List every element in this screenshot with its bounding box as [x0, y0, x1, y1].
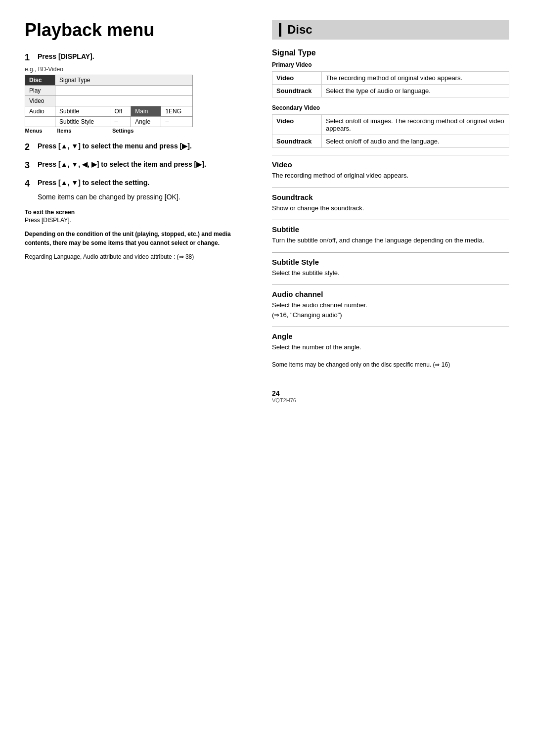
pv-row1-col2: The recording method of original video a…: [322, 72, 509, 85]
section-text-subtitle: Turn the subtitle on/off, and change the…: [272, 236, 509, 245]
right-column: Disc Signal Type Primary Video Video The…: [272, 20, 509, 403]
primary-video-table: Video The recording method of original v…: [272, 71, 509, 97]
step-1-text: Press [DISPLAY].: [38, 52, 94, 60]
page-title: Playback menu: [25, 20, 252, 41]
step-2-text: Press [▲, ▼] to select the menu and pres…: [38, 142, 192, 150]
divider: [272, 284, 509, 285]
pv-row2-col1: Soundtrack: [272, 85, 322, 97]
menu-subtitle-1eng: 1ENG: [161, 106, 193, 117]
menu-subtitle-off: Off: [110, 106, 131, 117]
menu-footer-items: Items: [55, 127, 110, 135]
signal-type-section: Signal Type Primary Video Video The reco…: [272, 48, 509, 148]
step-4-text: Press [▲, ▼] to select the setting.: [38, 179, 149, 187]
step-3: 3 Press [▲, ▼, ◀, ▶] to select the item …: [25, 160, 252, 171]
disc-bar-icon: [279, 23, 281, 37]
divider: [272, 252, 509, 253]
section-audio-channel: Audio channelSelect the audio channel nu…: [272, 290, 509, 320]
note-text: Regarding Language, Audio attribute and …: [25, 252, 252, 261]
section-title-soundtrack: Soundtrack: [272, 193, 509, 201]
step-1-number: 1: [25, 52, 34, 63]
secondary-video-table: Video Select on/off of images. The recor…: [272, 114, 509, 148]
exit-section: To exit the screen Press [DISPLAY].: [25, 209, 252, 224]
sv-row2-col1: Soundtrack: [272, 135, 322, 148]
section-title-audio-channel: Audio channel: [272, 290, 509, 298]
section-text-video: The recording method of original video a…: [272, 171, 509, 181]
menu-subtitle-main: Main: [131, 106, 161, 117]
step-4: 4 Press [▲, ▼] to select the setting. So…: [25, 179, 252, 201]
menu-signal-cell: Signal Type: [55, 75, 193, 86]
sv-row1-col2: Select on/off of images. The recording m…: [322, 115, 509, 135]
menu-style-dash1: –: [110, 117, 131, 127]
table-row: Soundtrack Select the type of audio or l…: [272, 85, 509, 97]
menu-footer-menus: Menus: [25, 127, 55, 135]
section-note-audio-channel: (⇒16, "Changing audio"): [272, 310, 509, 320]
exit-text: Press [DISPLAY].: [25, 217, 252, 224]
table-row: Video The recording method of original v…: [272, 72, 509, 85]
section-subtitle: SubtitleTurn the subtitle on/off, and ch…: [272, 225, 509, 245]
step-4-number: 4: [25, 179, 34, 189]
menu-audio-cell: Audio: [25, 106, 55, 117]
step-4-note: Some items can be changed by pressing [O…: [38, 193, 252, 201]
section-video: VideoThe recording method of original vi…: [272, 160, 509, 181]
menu-angle-label: Angle: [131, 117, 161, 127]
divider: [272, 327, 509, 327]
disc-header: Disc: [272, 20, 509, 40]
menu-style-dash2: –: [161, 117, 193, 127]
section-soundtrack: SoundtrackShow or change the soundtrack.: [272, 193, 509, 213]
menu-video-cell: Video: [25, 96, 55, 106]
eg-label: e.g., BD-Video: [25, 66, 252, 73]
sv-row2-col2: Select on/off of audio and the language.: [322, 135, 509, 148]
left-column: Playback menu 1 Press [DISPLAY]. e.g., B…: [25, 20, 252, 403]
divider: [272, 155, 509, 155]
section-title-video: Video: [272, 160, 509, 169]
section-subtitle-style: Subtitle StyleSelect the subtitle style.: [272, 258, 509, 278]
section-text-subtitle-style: Select the subtitle style.: [272, 268, 509, 278]
menu-play-cell: Play: [25, 86, 55, 96]
page-footer: 24 VQT2H76: [272, 389, 509, 403]
step-2-number: 2: [25, 142, 34, 152]
exit-label: To exit the screen: [25, 209, 252, 216]
step-3-number: 3: [25, 160, 34, 171]
menu-mockup-table: Disc Signal Type Play Video Audio Subtit…: [25, 75, 193, 134]
disc-title: Disc: [287, 23, 312, 37]
section-text-soundtrack: Show or change the soundtrack.: [272, 203, 509, 213]
step-3-text: Press [▲, ▼, ◀, ▶] to select the item an…: [38, 160, 206, 168]
menu-subtitle-label: Subtitle: [55, 106, 110, 117]
menu-disc-cell: Disc: [25, 75, 55, 86]
section-title-subtitle-style: Subtitle Style: [272, 258, 509, 266]
secondary-video-label: Secondary Video: [272, 104, 509, 111]
step-1: 1 Press [DISPLAY]. e.g., BD-Video Disc S…: [25, 52, 252, 134]
warning-text: Depending on the condition of the unit (…: [25, 230, 252, 247]
menu-footer-settings: Settings: [110, 127, 193, 135]
section-title-angle: Angle: [272, 332, 509, 340]
table-row: Soundtrack Select on/off of audio and th…: [272, 135, 509, 148]
divider: [272, 220, 509, 220]
section-text-audio-channel: Select the audio channel number.: [272, 300, 509, 310]
menu-style-label: Subtitle Style: [55, 117, 110, 127]
primary-video-label: Primary Video: [272, 61, 509, 68]
page-number: 24: [272, 389, 509, 397]
divider: [272, 188, 509, 188]
section-angle: AngleSelect the number of the angle.: [272, 332, 509, 352]
sections-container: VideoThe recording method of original vi…: [272, 160, 509, 352]
table-row: Video Select on/off of images. The recor…: [272, 115, 509, 135]
pv-row1-col1: Video: [272, 72, 322, 85]
signal-type-title: Signal Type: [272, 48, 509, 57]
page-code: VQT2H76: [272, 397, 509, 403]
section-text-angle: Select the number of the angle.: [272, 342, 509, 352]
sv-row1-col1: Video: [272, 115, 322, 135]
step-2: 2 Press [▲, ▼] to select the menu and pr…: [25, 142, 252, 152]
footnote: Some items may be changed only on the di…: [272, 360, 509, 370]
pv-row2-col2: Select the type of audio or language.: [322, 85, 509, 97]
section-title-subtitle: Subtitle: [272, 225, 509, 234]
